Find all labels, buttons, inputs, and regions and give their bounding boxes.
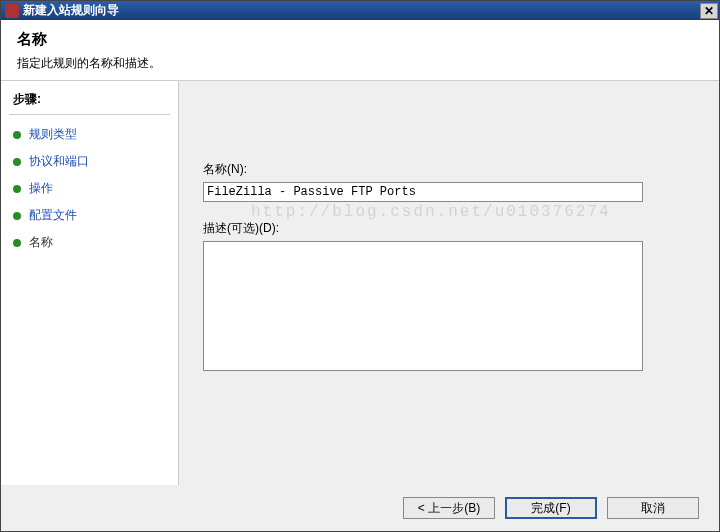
header: 名称 指定此规则的名称和描述。 [1,20,719,80]
step-profile[interactable]: 配置文件 [1,202,178,229]
page-title: 名称 [17,30,703,49]
cancel-button[interactable]: 取消 [607,497,699,519]
step-label: 名称 [29,234,53,251]
step-label: 配置文件 [29,207,77,224]
description-input[interactable] [203,241,643,371]
content-pane: 名称(N): 描述(可选)(D): [179,81,719,485]
step-bullet-icon [13,239,21,247]
body: 步骤: 规则类型 协议和端口 操作 配置文件 名称 [1,81,719,485]
step-rule-type[interactable]: 规则类型 [1,121,178,148]
page-subtitle: 指定此规则的名称和描述。 [17,55,703,72]
finish-button[interactable]: 完成(F) [505,497,597,519]
step-protocol-port[interactable]: 协议和端口 [1,148,178,175]
back-button[interactable]: < 上一步(B) [403,497,495,519]
step-bullet-icon [13,131,21,139]
window-title: 新建入站规则向导 [23,2,119,19]
sidebar-separator [9,114,170,115]
footer: < 上一步(B) 完成(F) 取消 [1,485,719,531]
step-label: 协议和端口 [29,153,89,170]
step-bullet-icon [13,212,21,220]
name-label: 名称(N): [203,161,695,178]
titlebar: 新建入站规则向导 ✕ [1,1,719,20]
step-label: 操作 [29,180,53,197]
sidebar-title: 步骤: [1,91,178,114]
name-input[interactable] [203,182,643,202]
wizard-window: 新建入站规则向导 ✕ 名称 指定此规则的名称和描述。 步骤: 规则类型 协议和端… [0,0,720,532]
step-bullet-icon [13,158,21,166]
sidebar: 步骤: 规则类型 协议和端口 操作 配置文件 名称 [1,81,179,485]
close-icon[interactable]: ✕ [700,3,718,19]
step-bullet-icon [13,185,21,193]
step-name: 名称 [1,229,178,256]
description-label: 描述(可选)(D): [203,220,695,237]
app-icon [5,4,19,18]
step-label: 规则类型 [29,126,77,143]
step-action[interactable]: 操作 [1,175,178,202]
